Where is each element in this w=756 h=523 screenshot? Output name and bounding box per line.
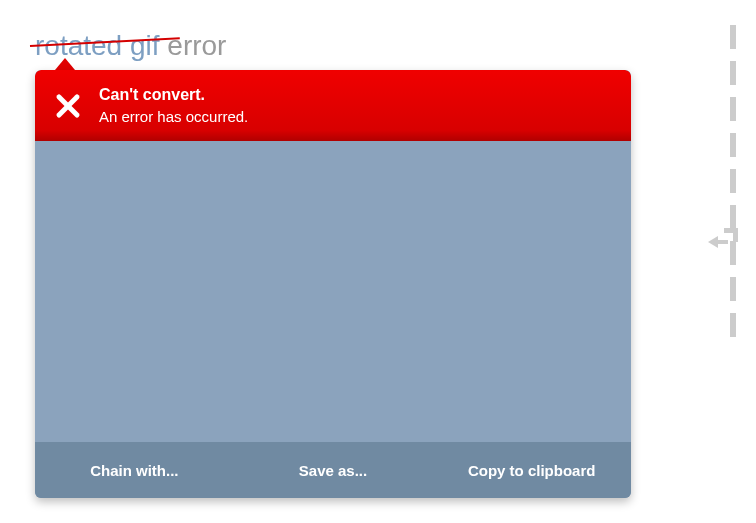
dash-segment [730, 97, 736, 121]
copy-to-clipboard-button[interactable]: Copy to clipboard [432, 444, 631, 497]
dash-segment [730, 25, 736, 49]
tooltip-caret [55, 58, 75, 70]
dash-segment [730, 205, 736, 229]
chain-with-button[interactable]: Chain with... [35, 444, 234, 497]
crop-guide-vertical [730, 25, 736, 349]
error-text-block: Can't convert. An error has occurred. [99, 84, 248, 127]
dash-segment [730, 169, 736, 193]
close-icon [53, 91, 83, 121]
crop-handle[interactable] [708, 228, 738, 248]
arrow-left-icon [708, 236, 718, 248]
error-message: An error has occurred. [99, 106, 248, 127]
error-banner: Can't convert. An error has occurred. [35, 70, 631, 141]
dash-segment [730, 133, 736, 157]
panel-footer: Chain with... Save as... Copy to clipboa… [35, 442, 631, 498]
dash-segment [730, 277, 736, 301]
error-heading: Can't convert. [99, 84, 248, 106]
result-panel: Can't convert. An error has occurred. Ch… [35, 70, 631, 498]
dash-segment [730, 61, 736, 85]
dash-segment [730, 313, 736, 337]
save-as-button[interactable]: Save as... [234, 444, 433, 497]
panel-body [35, 141, 631, 442]
title-suffix: error [160, 30, 227, 61]
